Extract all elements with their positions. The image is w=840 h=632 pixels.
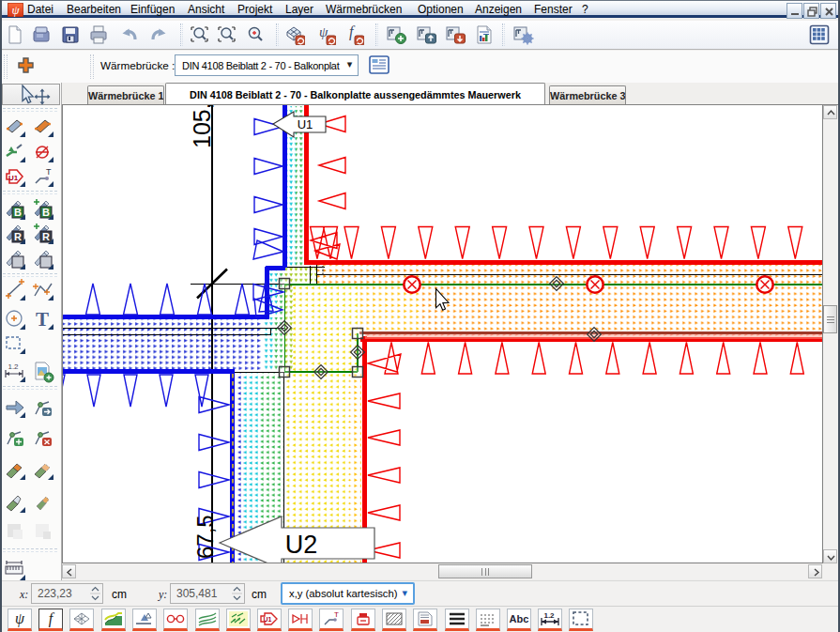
svg-text:105,: 105,	[189, 105, 215, 148]
svg-text:Abc: Abc	[510, 613, 529, 624]
svg-text:1.2: 1.2	[8, 362, 19, 371]
svg-text:R: R	[42, 231, 50, 242]
svg-text:T: T	[36, 308, 49, 331]
svg-text:U1: U1	[298, 117, 313, 131]
svg-text:R: R	[14, 231, 22, 242]
svg-text:U1: U1	[8, 174, 19, 182]
svg-text:T: T	[46, 167, 52, 177]
svg-text:ψ: ψ	[15, 610, 25, 627]
svg-text:ψ: ψ	[11, 3, 20, 17]
svg-text:67,5: 67,5	[192, 515, 218, 559]
svg-text:U1: U1	[264, 616, 272, 623]
svg-text:T: T	[334, 610, 339, 619]
svg-text:1.2: 1.2	[543, 611, 555, 620]
svg-text:U2: U2	[285, 531, 318, 559]
svg-text:B: B	[42, 207, 50, 218]
svg-text:f: f	[49, 610, 55, 627]
svg-text:B: B	[14, 207, 22, 218]
